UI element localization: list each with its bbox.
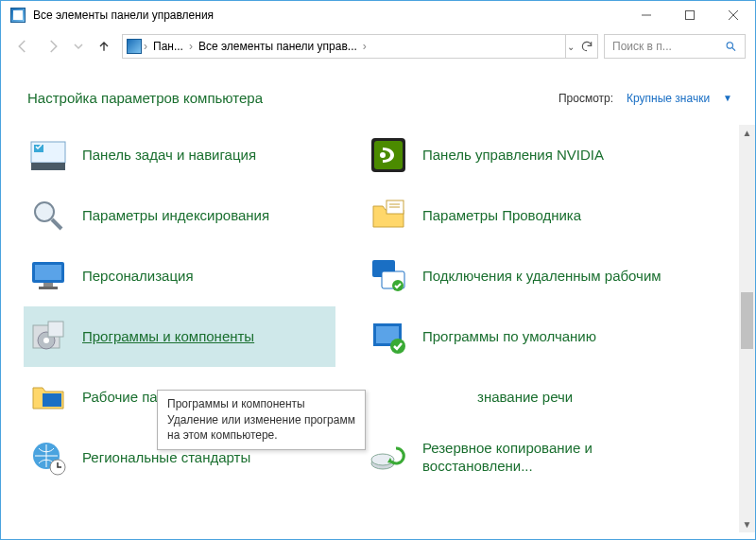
chevron-right-icon[interactable]: › — [189, 40, 193, 53]
item-taskbar-navigation[interactable]: Панель задач и навигация — [24, 125, 335, 185]
address-bar[interactable]: › Пан... › Все элементы панели управ... … — [122, 34, 598, 59]
item-indexing-options[interactable]: Параметры индексирования — [24, 185, 335, 246]
item-label: Панель управления NVIDIA — [422, 147, 604, 165]
work-folders-icon — [29, 378, 67, 416]
window-title: Все элементы панели управления — [33, 9, 625, 22]
programs-icon — [29, 318, 67, 356]
view-label: Просмотр: — [558, 92, 613, 105]
svg-rect-10 — [374, 141, 403, 169]
item-label: Программы по умолчанию — [422, 328, 596, 346]
svg-rect-1 — [686, 11, 695, 20]
monitor-icon — [29, 257, 67, 295]
items-content: Панель задач и навигация Панель управлен… — [1, 125, 755, 532]
item-label: Региональные стандарты — [82, 449, 250, 467]
control-panel-small-icon — [127, 39, 142, 54]
svg-rect-18 — [35, 265, 61, 280]
recent-dropdown[interactable] — [71, 34, 86, 59]
item-label: Панель задач и навигация — [82, 147, 256, 165]
item-label: Подключения к удаленным рабочим — [422, 268, 662, 286]
view-value[interactable]: Крупные значки — [627, 92, 710, 105]
close-button[interactable] — [712, 1, 755, 29]
tooltip-line2: на этом компьютере. — [167, 427, 355, 443]
item-label: Параметры Проводника — [422, 207, 581, 225]
remote-desktop-icon — [369, 257, 407, 295]
chevron-right-icon[interactable]: › — [144, 40, 147, 53]
item-backup-restore[interactable]: Резервное копирование и восстановлени... — [364, 427, 676, 488]
chevron-down-icon: ⌄ — [567, 42, 575, 52]
breadcrumb-item-1[interactable]: Все элементы панели управ... — [195, 40, 361, 53]
svg-rect-27 — [48, 322, 63, 337]
item-label: Рабочие па — [82, 389, 158, 407]
content-header: Настройка параметров компьютера Просмотр… — [1, 63, 755, 125]
item-label: Программы и компоненты — [82, 328, 254, 346]
magnifier-icon — [29, 197, 67, 235]
item-remote-desktop[interactable]: Подключения к удаленным рабочим — [364, 246, 676, 306]
vertical-scrollbar[interactable]: ▲ ▼ — [739, 125, 755, 532]
control-panel-icon — [10, 8, 26, 23]
refresh-icon — [580, 40, 593, 53]
item-label: Параметры индексирования — [82, 207, 269, 225]
svg-point-26 — [43, 338, 49, 343]
svg-rect-20 — [39, 287, 58, 289]
address-dropdown-refresh[interactable]: ⌄ — [565, 35, 593, 58]
svg-point-11 — [380, 152, 386, 158]
page-title: Настройка параметров компьютера — [27, 90, 263, 106]
search-icon — [725, 40, 737, 53]
item-label: Персонализация — [82, 268, 194, 286]
titlebar: Все элементы панели управления — [1, 1, 755, 29]
item-label: знавание речи — [477, 389, 573, 407]
maximize-button[interactable] — [668, 1, 712, 29]
scroll-up-button[interactable]: ▲ — [739, 125, 755, 141]
svg-point-12 — [35, 202, 54, 221]
items-grid: Панель задач и навигация Панель управлен… — [24, 125, 740, 488]
window-buttons — [625, 1, 755, 29]
svg-rect-31 — [43, 393, 61, 407]
back-button[interactable] — [10, 34, 35, 59]
item-nvidia-panel[interactable]: Панель управления NVIDIA — [364, 125, 676, 185]
forward-button[interactable] — [41, 34, 65, 59]
svg-line-5 — [732, 48, 735, 51]
scroll-thumb[interactable] — [741, 292, 753, 349]
search-input[interactable] — [612, 40, 725, 53]
scroll-down-button[interactable]: ▼ — [739, 516, 755, 532]
view-control: Просмотр: Крупные значки ▼ — [558, 92, 732, 105]
svg-point-4 — [727, 43, 732, 48]
navigation-bar: › Пан... › Все элементы панели управ... … — [1, 29, 755, 63]
search-box[interactable] — [604, 34, 746, 59]
default-programs-icon — [369, 318, 407, 356]
globe-clock-icon — [29, 439, 67, 477]
tooltip-line1: Удаление или изменение программ — [167, 412, 355, 427]
item-personalization[interactable]: Персонализация — [24, 246, 335, 306]
taskbar-icon — [29, 136, 67, 174]
tooltip-title: Программы и компоненты — [167, 396, 355, 411]
minimize-button[interactable] — [625, 1, 668, 29]
item-label: Резервное копирование и восстановлени... — [422, 440, 670, 476]
svg-rect-7 — [31, 163, 65, 170]
backup-icon — [369, 439, 407, 477]
breadcrumb-item-0[interactable]: Пан... — [149, 40, 187, 53]
chevron-right-icon[interactable]: › — [363, 40, 367, 53]
svg-line-13 — [52, 219, 61, 229]
item-speech-recognition[interactable]: знавание речи — [364, 367, 676, 427]
chevron-down-icon[interactable]: ▼ — [723, 93, 732, 103]
folder-options-icon — [369, 197, 407, 235]
item-default-programs[interactable]: Программы по умолчанию — [364, 306, 676, 367]
tooltip: Программы и компоненты Удаление или изме… — [157, 390, 366, 450]
svg-rect-19 — [43, 283, 53, 287]
scroll-track[interactable] — [739, 141, 755, 516]
item-explorer-options[interactable]: Параметры Проводника — [364, 185, 676, 246]
up-button[interactable] — [92, 34, 116, 59]
nvidia-icon — [369, 136, 407, 174]
item-programs-features[interactable]: Программы и компоненты — [24, 306, 335, 367]
